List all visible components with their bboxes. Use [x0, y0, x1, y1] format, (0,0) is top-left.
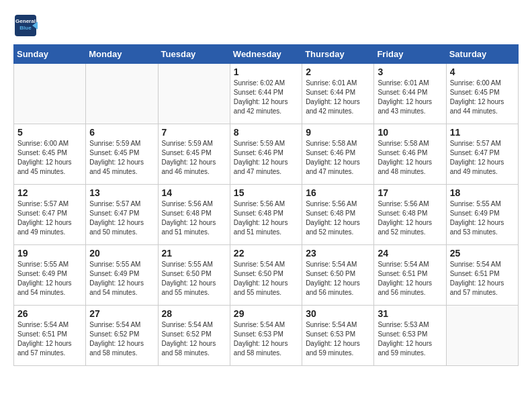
calendar-cell: 5Sunrise: 6:00 AM Sunset: 6:45 PM Daylig…	[14, 124, 86, 185]
day-info: Sunrise: 5:54 AM Sunset: 6:52 PM Dayligh…	[162, 320, 226, 358]
col-header-sunday: Sunday	[14, 45, 86, 64]
week-row-5: 26Sunrise: 5:54 AM Sunset: 6:51 PM Dayli…	[14, 306, 519, 366]
day-info: Sunrise: 5:57 AM Sunset: 6:47 PM Dayligh…	[17, 199, 82, 237]
col-header-tuesday: Tuesday	[158, 45, 230, 64]
calendar-cell: 13Sunrise: 5:57 AM Sunset: 6:47 PM Dayli…	[86, 185, 158, 245]
calendar-cell: 2Sunrise: 6:01 AM Sunset: 6:44 PM Daylig…	[302, 64, 374, 124]
calendar-cell: 19Sunrise: 5:55 AM Sunset: 6:49 PM Dayli…	[14, 245, 86, 306]
day-number: 4	[450, 66, 515, 77]
day-info: Sunrise: 6:02 AM Sunset: 6:44 PM Dayligh…	[234, 79, 298, 116]
day-number: 15	[234, 187, 298, 198]
day-number: 24	[378, 248, 442, 259]
day-number: 29	[234, 308, 298, 319]
calendar-cell: 28Sunrise: 5:54 AM Sunset: 6:52 PM Dayli…	[158, 306, 230, 366]
day-number: 2	[306, 66, 370, 77]
calendar-cell: 1Sunrise: 6:02 AM Sunset: 6:44 PM Daylig…	[230, 64, 302, 124]
day-info: Sunrise: 5:54 AM Sunset: 6:51 PM Dayligh…	[450, 260, 515, 298]
day-number: 10	[378, 127, 442, 138]
week-row-4: 19Sunrise: 5:55 AM Sunset: 6:49 PM Dayli…	[14, 245, 519, 306]
calendar-cell: 12Sunrise: 5:57 AM Sunset: 6:47 PM Dayli…	[14, 185, 86, 245]
day-number: 9	[306, 127, 370, 138]
calendar-cell: 29Sunrise: 5:54 AM Sunset: 6:53 PM Dayli…	[230, 306, 302, 366]
day-info: Sunrise: 5:57 AM Sunset: 6:47 PM Dayligh…	[89, 199, 154, 237]
day-info: Sunrise: 5:54 AM Sunset: 6:50 PM Dayligh…	[234, 260, 298, 298]
day-info: Sunrise: 5:56 AM Sunset: 6:48 PM Dayligh…	[306, 199, 370, 237]
svg-text:General: General	[15, 18, 36, 24]
day-number: 13	[89, 187, 154, 198]
calendar-cell	[86, 64, 158, 124]
calendar-cell: 27Sunrise: 5:54 AM Sunset: 6:52 PM Dayli…	[86, 306, 158, 366]
day-number: 11	[450, 127, 515, 138]
calendar-cell: 21Sunrise: 5:55 AM Sunset: 6:50 PM Dayli…	[158, 245, 230, 306]
day-number: 19	[17, 248, 82, 259]
calendar-cell: 16Sunrise: 5:56 AM Sunset: 6:48 PM Dayli…	[302, 185, 374, 245]
day-number: 28	[162, 308, 226, 319]
day-info: Sunrise: 6:00 AM Sunset: 6:45 PM Dayligh…	[450, 79, 515, 116]
day-info: Sunrise: 6:00 AM Sunset: 6:45 PM Dayligh…	[17, 139, 82, 177]
svg-text:Blue: Blue	[19, 25, 32, 31]
calendar-cell: 6Sunrise: 5:59 AM Sunset: 6:45 PM Daylig…	[86, 124, 158, 185]
day-info: Sunrise: 5:57 AM Sunset: 6:47 PM Dayligh…	[450, 139, 515, 177]
day-number: 26	[17, 308, 82, 319]
day-info: Sunrise: 5:55 AM Sunset: 6:49 PM Dayligh…	[17, 260, 82, 298]
day-number: 30	[306, 308, 370, 319]
day-info: Sunrise: 5:58 AM Sunset: 6:46 PM Dayligh…	[378, 139, 442, 177]
calendar-cell: 23Sunrise: 5:54 AM Sunset: 6:50 PM Dayli…	[302, 245, 374, 306]
calendar-cell: 3Sunrise: 6:01 AM Sunset: 6:44 PM Daylig…	[374, 64, 446, 124]
day-number: 6	[89, 127, 154, 138]
calendar-cell: 25Sunrise: 5:54 AM Sunset: 6:51 PM Dayli…	[446, 245, 518, 306]
week-row-3: 12Sunrise: 5:57 AM Sunset: 6:47 PM Dayli…	[14, 185, 519, 245]
day-number: 1	[234, 66, 298, 77]
day-number: 7	[162, 127, 226, 138]
calendar-table: SundayMondayTuesdayWednesdayThursdayFrid…	[13, 44, 519, 366]
day-number: 12	[17, 187, 82, 198]
calendar-cell: 18Sunrise: 5:55 AM Sunset: 6:49 PM Dayli…	[446, 185, 518, 245]
day-info: Sunrise: 5:56 AM Sunset: 6:48 PM Dayligh…	[234, 199, 298, 237]
week-row-1: 1Sunrise: 6:02 AM Sunset: 6:44 PM Daylig…	[14, 64, 519, 124]
day-number: 8	[234, 127, 298, 138]
day-info: Sunrise: 6:01 AM Sunset: 6:44 PM Dayligh…	[378, 79, 442, 116]
day-info: Sunrise: 5:54 AM Sunset: 6:53 PM Dayligh…	[234, 320, 298, 358]
calendar-cell: 24Sunrise: 5:54 AM Sunset: 6:51 PM Dayli…	[374, 245, 446, 306]
calendar-cell: 10Sunrise: 5:58 AM Sunset: 6:46 PM Dayli…	[374, 124, 446, 185]
day-info: Sunrise: 5:59 AM Sunset: 6:45 PM Dayligh…	[162, 139, 226, 177]
day-info: Sunrise: 5:54 AM Sunset: 6:51 PM Dayligh…	[17, 320, 82, 358]
calendar-cell	[14, 64, 86, 124]
day-info: Sunrise: 6:01 AM Sunset: 6:44 PM Dayligh…	[306, 79, 370, 116]
day-number: 22	[234, 248, 298, 259]
day-number: 3	[378, 66, 442, 77]
day-info: Sunrise: 5:55 AM Sunset: 6:49 PM Dayligh…	[450, 199, 515, 237]
calendar-cell: 31Sunrise: 5:53 AM Sunset: 6:53 PM Dayli…	[374, 306, 446, 366]
day-info: Sunrise: 5:59 AM Sunset: 6:45 PM Dayligh…	[89, 139, 154, 177]
day-number: 25	[450, 248, 515, 259]
day-info: Sunrise: 5:54 AM Sunset: 6:50 PM Dayligh…	[306, 260, 370, 298]
day-info: Sunrise: 5:56 AM Sunset: 6:48 PM Dayligh…	[162, 199, 226, 237]
calendar-cell: 15Sunrise: 5:56 AM Sunset: 6:48 PM Dayli…	[230, 185, 302, 245]
calendar-cell: 8Sunrise: 5:59 AM Sunset: 6:46 PM Daylig…	[230, 124, 302, 185]
calendar-cell: 30Sunrise: 5:54 AM Sunset: 6:53 PM Dayli…	[302, 306, 374, 366]
day-info: Sunrise: 5:59 AM Sunset: 6:46 PM Dayligh…	[234, 139, 298, 177]
col-header-friday: Friday	[374, 45, 446, 64]
calendar-cell: 17Sunrise: 5:56 AM Sunset: 6:48 PM Dayli…	[374, 185, 446, 245]
calendar-cell: 26Sunrise: 5:54 AM Sunset: 6:51 PM Dayli…	[14, 306, 86, 366]
day-number: 31	[378, 308, 442, 319]
week-row-2: 5Sunrise: 6:00 AM Sunset: 6:45 PM Daylig…	[14, 124, 519, 185]
calendar-cell: 14Sunrise: 5:56 AM Sunset: 6:48 PM Dayli…	[158, 185, 230, 245]
logo-icon: General Blue	[13, 13, 38, 38]
logo: General Blue	[13, 13, 40, 38]
calendar-cell: 9Sunrise: 5:58 AM Sunset: 6:46 PM Daylig…	[302, 124, 374, 185]
day-info: Sunrise: 5:54 AM Sunset: 6:53 PM Dayligh…	[306, 320, 370, 358]
col-header-thursday: Thursday	[302, 45, 374, 64]
calendar-cell: 4Sunrise: 6:00 AM Sunset: 6:45 PM Daylig…	[446, 64, 518, 124]
calendar-cell	[446, 306, 518, 366]
col-header-monday: Monday	[86, 45, 158, 64]
day-info: Sunrise: 5:56 AM Sunset: 6:48 PM Dayligh…	[378, 199, 442, 237]
day-number: 5	[17, 127, 82, 138]
day-number: 14	[162, 187, 226, 198]
calendar-cell: 20Sunrise: 5:55 AM Sunset: 6:49 PM Dayli…	[86, 245, 158, 306]
day-number: 27	[89, 308, 154, 319]
col-header-saturday: Saturday	[446, 45, 518, 64]
calendar-cell: 7Sunrise: 5:59 AM Sunset: 6:45 PM Daylig…	[158, 124, 230, 185]
day-info: Sunrise: 5:53 AM Sunset: 6:53 PM Dayligh…	[378, 320, 442, 358]
day-number: 16	[306, 187, 370, 198]
